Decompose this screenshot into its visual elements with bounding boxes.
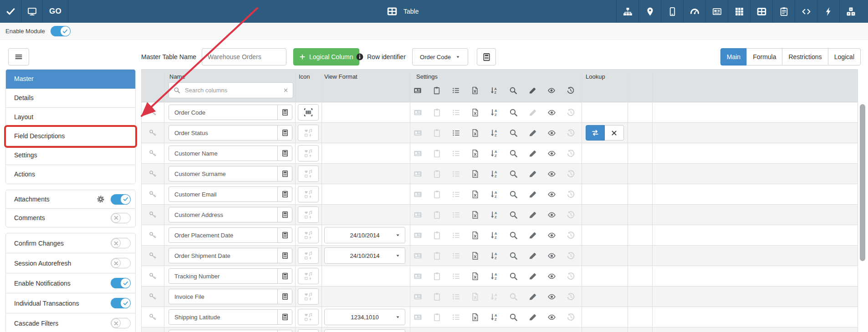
column-name-input[interactable] xyxy=(169,269,277,283)
id-card-icon[interactable] xyxy=(414,86,422,95)
list-icon[interactable] xyxy=(452,129,460,137)
sort-alpha-icon[interactable] xyxy=(490,313,499,322)
pencil-icon[interactable] xyxy=(528,86,536,95)
pencil-icon[interactable] xyxy=(528,149,537,158)
tab-formula[interactable]: Formula xyxy=(746,48,782,65)
sort-alpha-icon[interactable] xyxy=(490,211,499,219)
view-format-select[interactable]: 1234,1010 xyxy=(324,309,405,325)
eye-icon[interactable] xyxy=(547,149,556,158)
excel-file-icon[interactable] xyxy=(471,129,480,137)
formula-addon-button[interactable] xyxy=(277,228,292,242)
clipboard-icon[interactable] xyxy=(433,86,441,95)
formula-addon-button[interactable] xyxy=(277,105,292,120)
tab-restrictions[interactable]: Restrictions xyxy=(782,48,828,65)
sidebar-item-details[interactable]: Details xyxy=(6,89,135,108)
formula-addon-button[interactable] xyxy=(277,126,292,140)
nav-monitor-button[interactable] xyxy=(21,0,43,23)
sort-alpha-icon[interactable] xyxy=(490,86,498,95)
formula-addon-button[interactable] xyxy=(277,146,292,161)
toggle-enable-notifications[interactable] xyxy=(111,278,131,288)
search-icon[interactable] xyxy=(509,231,518,240)
column-name-input[interactable] xyxy=(169,187,277,201)
nav-table-button[interactable] xyxy=(750,0,772,23)
toggle-comments[interactable] xyxy=(111,213,131,223)
eye-icon[interactable] xyxy=(547,86,556,95)
column-name-input[interactable] xyxy=(169,207,277,222)
pencil-icon[interactable] xyxy=(528,129,537,137)
sort-alpha-icon[interactable] xyxy=(490,190,499,199)
nav-dice-button[interactable] xyxy=(839,0,862,23)
search-icon[interactable] xyxy=(509,272,518,281)
column-icon-button[interactable] xyxy=(298,309,319,325)
column-name-input[interactable] xyxy=(169,248,277,263)
column-icon-button[interactable] xyxy=(298,125,319,141)
nav-code-button[interactable] xyxy=(795,0,817,23)
formula-addon-button[interactable] xyxy=(277,187,292,201)
sidebar-item-master[interactable]: Master xyxy=(6,70,135,89)
sort-alpha-icon[interactable] xyxy=(490,149,499,158)
pencil-icon[interactable] xyxy=(528,313,537,322)
toggle-individual-transactions[interactable] xyxy=(111,298,131,308)
excel-file-icon[interactable] xyxy=(471,149,480,158)
column-name-input[interactable] xyxy=(169,228,277,242)
search-icon[interactable] xyxy=(509,170,518,178)
toggle-session-autorefresh[interactable] xyxy=(111,258,131,268)
nav-map-marker-button[interactable] xyxy=(638,0,661,23)
vertical-scrollbar[interactable] xyxy=(860,104,865,261)
search-icon[interactable] xyxy=(509,211,518,219)
column-icon-button[interactable] xyxy=(298,227,319,243)
lookup-remove-button[interactable] xyxy=(605,125,624,141)
pencil-icon[interactable] xyxy=(528,272,537,281)
enable-module-toggle[interactable] xyxy=(51,26,71,36)
column-icon-button[interactable] xyxy=(298,145,319,161)
formula-addon-button[interactable] xyxy=(277,248,292,263)
nav-bolt-button[interactable] xyxy=(817,0,839,23)
formula-addon-button[interactable] xyxy=(277,289,292,304)
sort-alpha-icon[interactable] xyxy=(490,108,499,117)
pencil-icon[interactable] xyxy=(528,170,537,178)
column-name-input[interactable] xyxy=(169,126,277,140)
tab-logical[interactable]: Logical xyxy=(828,48,861,65)
toggle-cascade-filters[interactable] xyxy=(111,318,131,328)
search-icon[interactable] xyxy=(509,313,518,322)
excel-file-icon[interactable] xyxy=(471,231,480,240)
formula-addon-button[interactable] xyxy=(277,166,292,181)
column-icon-button[interactable] xyxy=(298,329,319,332)
eye-icon[interactable] xyxy=(547,129,556,137)
pencil-icon[interactable] xyxy=(528,292,537,301)
row-identifier-select[interactable]: Order Code xyxy=(412,48,468,65)
column-name-input[interactable] xyxy=(169,146,277,161)
column-name-input[interactable] xyxy=(169,330,277,332)
nav-clipboard-list-button[interactable] xyxy=(772,0,795,23)
sidebar-item-field-descriptions[interactable]: Field Descriptions xyxy=(6,127,135,146)
eye-icon[interactable] xyxy=(547,170,556,178)
menu-button[interactable] xyxy=(8,48,29,65)
search-icon[interactable] xyxy=(509,149,518,158)
formula-addon-button[interactable] xyxy=(277,310,292,324)
master-table-name-input[interactable] xyxy=(202,48,286,65)
eye-icon[interactable] xyxy=(547,211,556,219)
sort-alpha-icon[interactable] xyxy=(490,129,499,137)
excel-file-icon[interactable] xyxy=(471,272,480,281)
column-icon-button[interactable] xyxy=(298,288,319,305)
excel-file-icon[interactable] xyxy=(471,252,480,260)
pencil-icon[interactable] xyxy=(528,211,537,219)
eye-icon[interactable] xyxy=(547,313,556,322)
column-name-input[interactable] xyxy=(169,289,277,304)
sort-alpha-icon[interactable] xyxy=(490,272,499,281)
column-icon-button[interactable] xyxy=(298,268,319,284)
search-icon[interactable] xyxy=(509,129,518,137)
excel-file-icon[interactable] xyxy=(471,86,479,95)
clear-search-icon[interactable] xyxy=(283,88,288,93)
nav-mobile-button[interactable] xyxy=(661,0,683,23)
formula-button[interactable] xyxy=(477,48,496,65)
column-icon-button[interactable] xyxy=(298,166,319,182)
toggle-confirm-changes[interactable] xyxy=(111,238,131,248)
eye-icon[interactable] xyxy=(547,252,556,260)
search-icon[interactable] xyxy=(509,190,518,199)
column-name-input[interactable] xyxy=(169,166,277,181)
nav-newspaper-button[interactable] xyxy=(705,0,728,23)
pencil-icon[interactable] xyxy=(528,231,537,240)
nav-sitemap-button[interactable] xyxy=(616,0,638,23)
nav-grid-button[interactable] xyxy=(728,0,750,23)
